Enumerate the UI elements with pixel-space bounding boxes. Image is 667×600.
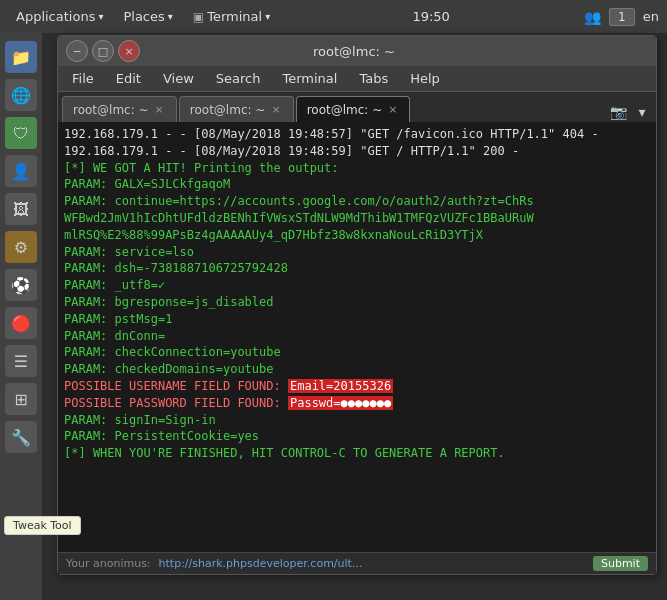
sidebar-icon-grid[interactable]: ⊞ [5, 383, 37, 415]
user-icon: 👤 [11, 162, 31, 181]
tab-1-label: root@lmc: ~ [73, 103, 149, 117]
sidebar-icon-app2[interactable]: 🔴 [5, 307, 37, 339]
status-user: Your anonimus: [66, 557, 151, 570]
terminal-status: Your anonimus: http://shark.phpsdevelope… [58, 552, 656, 574]
close-button[interactable]: × [118, 40, 140, 62]
sidebar-icon-files[interactable]: 📁 [5, 41, 37, 73]
menu-edit[interactable]: Edit [106, 69, 151, 88]
tabs-extra: 📷 ▾ [608, 102, 652, 122]
browser-icon: 🌐 [11, 86, 31, 105]
left-sidebar: 📁 🌐 🛡 👤 🖼 ⚙ ⚽ 🔴 ☰ ⊞ 🔧 [0, 33, 42, 600]
terminal-line: 192.168.179.1 - - [08/May/2018 19:48:57]… [64, 126, 650, 143]
applications-menu[interactable]: Applications ▾ [8, 7, 111, 26]
applications-label: Applications [16, 9, 95, 24]
tweak-tool-tooltip: Tweak Tool [4, 516, 81, 535]
terminal-line: 192.168.179.1 - - [08/May/2018 19:48:59]… [64, 143, 650, 160]
terminal-line: PARAM: PersistentCookie=yes [64, 428, 650, 445]
terminal-line: PARAM: bgresponse=js_disabled [64, 294, 650, 311]
title-bar: − □ × root@lmc: ~ [58, 36, 656, 66]
sidebar-icon-settings[interactable]: ⚙ [5, 231, 37, 263]
app2-icon: 🔴 [11, 314, 31, 333]
minimize-button[interactable]: − [66, 40, 88, 62]
settings-icon: ⚙ [14, 238, 28, 257]
tab-2[interactable]: root@lmc: ~ × [179, 96, 294, 122]
system-bar: Applications ▾ Places ▾ ▣ Terminal ▾ 19:… [0, 0, 667, 33]
terminal-line: POSSIBLE PASSWORD FIELD FOUND: Passwd=●●… [64, 395, 650, 412]
tabs-bar: root@lmc: ~ × root@lmc: ~ × root@lmc: ~ … [58, 92, 656, 122]
shield-icon: 🛡 [13, 124, 29, 143]
tweak-tool-wrapper: 🔧 [5, 421, 37, 453]
applications-arrow: ▾ [98, 11, 103, 22]
menu-bar: File Edit View Search Terminal Tabs Help [58, 66, 656, 92]
sidebar-icon-soccer[interactable]: ⚽ [5, 269, 37, 301]
network-icon[interactable]: 👥 [584, 9, 601, 25]
tab-1[interactable]: root@lmc: ~ × [62, 96, 177, 122]
clock-time: 19:50 [412, 9, 449, 24]
terminal-line: PARAM: service=lso [64, 244, 650, 261]
sidebar-icon-photo[interactable]: 🖼 [5, 193, 37, 225]
sidebar-icon-shield[interactable]: 🛡 [5, 117, 37, 149]
soccer-icon: ⚽ [11, 276, 31, 295]
window-title: root@lmc: ~ [140, 44, 568, 59]
sidebar-icon-browser[interactable]: 🌐 [5, 79, 37, 111]
photo-icon: 🖼 [13, 200, 29, 219]
terminal-line: PARAM: checkedDomains=youtube [64, 361, 650, 378]
terminal-menu[interactable]: ▣ Terminal ▾ [185, 7, 278, 26]
terminal-line: PARAM: _utf8=✓ [64, 277, 650, 294]
taskbar-num[interactable]: 1 [609, 8, 635, 26]
terminal-line: PARAM: signIn=Sign-in [64, 412, 650, 429]
tab-2-close[interactable]: × [269, 103, 282, 116]
sidebar-icon-user[interactable]: 👤 [5, 155, 37, 187]
status-link[interactable]: http://shark.phpsdeveloper.com/ult... [159, 557, 363, 570]
terminal-line: mlRSQ%E2%88%99APsBz4gAAAAAUy4_qD7Hbfz38w… [64, 227, 650, 244]
title-bar-buttons: − □ × [66, 40, 140, 62]
places-label: Places [123, 9, 164, 24]
terminal-icon: ▣ [193, 10, 204, 24]
terminal-arrow: ▾ [265, 11, 270, 22]
username-highlight: Email=20155326 [288, 379, 393, 393]
terminal-window: − □ × root@lmc: ~ File Edit View Search … [57, 35, 657, 575]
places-arrow: ▾ [168, 11, 173, 22]
menu-file[interactable]: File [62, 69, 104, 88]
sidebar-icon-tweak[interactable]: 🔧 [5, 421, 37, 453]
tab-3-close[interactable]: × [386, 103, 399, 116]
tweak-icon: 🔧 [11, 428, 31, 447]
terminal-content[interactable]: 192.168.179.1 - - [08/May/2018 19:48:57]… [58, 122, 656, 552]
terminal-line: WFBwd2JmV1hIcDhtUFdldzBENhIfVWsxSTdNLW9M… [64, 210, 650, 227]
terminal-line: PARAM: GALX=SJLCkfgaqoM [64, 176, 650, 193]
system-clock: 19:50 [412, 9, 449, 24]
maximize-button[interactable]: □ [92, 40, 114, 62]
terminal-line: PARAM: checkConnection=youtube [64, 344, 650, 361]
terminal-line: [*] WHEN YOU'RE FINISHED, HIT CONTROL-C … [64, 445, 650, 462]
places-menu[interactable]: Places ▾ [115, 7, 180, 26]
system-bar-left: Applications ▾ Places ▾ ▣ Terminal ▾ [8, 7, 278, 26]
terminal-line: PARAM: pstMsg=1 [64, 311, 650, 328]
menu-terminal[interactable]: Terminal [272, 69, 347, 88]
tab-camera-icon[interactable]: 📷 [608, 102, 628, 122]
terminal-line: PARAM: dsh=-7381887106725792428 [64, 260, 650, 277]
grid-icon: ⊞ [14, 390, 27, 409]
tab-3[interactable]: root@lmc: ~ × [296, 96, 411, 122]
password-highlight: Passwd=●●●●●●● [288, 396, 393, 410]
lang-label[interactable]: en [643, 9, 659, 24]
menu-search[interactable]: Search [206, 69, 271, 88]
terminal-line: PARAM: continue=https://accounts.google.… [64, 193, 650, 210]
tab-dropdown-icon[interactable]: ▾ [632, 102, 652, 122]
files-icon: 📁 [11, 48, 31, 67]
system-bar-right: 👥 1 en [584, 8, 659, 26]
menu-help[interactable]: Help [400, 69, 450, 88]
status-submit-btn[interactable]: Submit [593, 556, 648, 571]
menu-view[interactable]: View [153, 69, 204, 88]
terminal-line: PARAM: dnConn= [64, 328, 650, 345]
sidebar-icon-list[interactable]: ☰ [5, 345, 37, 377]
menu-tabs[interactable]: Tabs [349, 69, 398, 88]
tab-3-label: root@lmc: ~ [307, 103, 383, 117]
tab-1-close[interactable]: × [153, 103, 166, 116]
terminal-label: Terminal [207, 9, 262, 24]
terminal-line: [*] WE GOT A HIT! Printing the output: [64, 160, 650, 177]
list-icon: ☰ [14, 352, 28, 371]
terminal-line: POSSIBLE USERNAME FIELD FOUND: Email=201… [64, 378, 650, 395]
tab-2-label: root@lmc: ~ [190, 103, 266, 117]
